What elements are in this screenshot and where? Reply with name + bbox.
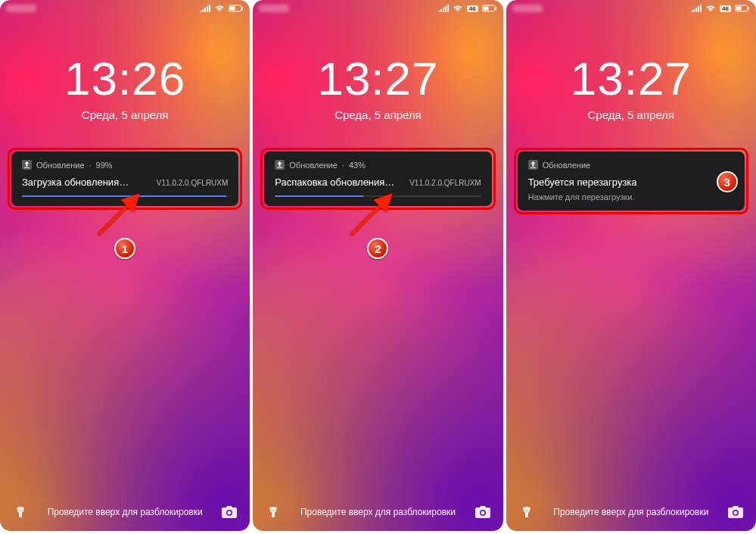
clock-date: Среда, 5 апреля (506, 108, 756, 121)
camera-icon[interactable] (727, 504, 744, 520)
upload-icon (528, 160, 538, 170)
flashlight-icon[interactable] (12, 504, 29, 520)
svg-rect-2 (242, 7, 244, 10)
clock-date: Среда, 5 апреля (253, 108, 502, 121)
notification-percent: 43% (349, 161, 366, 170)
carrier-blur (259, 5, 289, 12)
notification-app-name: Обновление (289, 161, 338, 170)
progress-bar (22, 195, 228, 197)
battery-icon (735, 5, 750, 12)
battery-icon (482, 5, 497, 12)
progress-fill (275, 195, 363, 197)
annotation-highlight: Обновление Требуется перезагрузка Нажмит… (514, 148, 748, 214)
notification-title: Распаковка обновления… (275, 176, 394, 188)
notification-area: Обновление · 99% Загрузка обновления… V1… (8, 148, 242, 210)
update-notification[interactable]: Обновление · 99% Загрузка обновления… V1… (11, 151, 238, 206)
flashlight-icon[interactable] (265, 504, 282, 520)
svg-rect-1 (230, 7, 235, 11)
notification-version: V11.0.2.0.QFLRUXM (409, 179, 481, 187)
wifi-icon (705, 5, 716, 12)
notification-area: Обновление Требуется перезагрузка Нажмит… (514, 148, 748, 214)
notification-percent: 99% (96, 161, 113, 170)
clock-time: 13:26 (0, 52, 250, 105)
signal-icon (691, 5, 702, 12)
lock-clock: 13:27 Среда, 5 апреля (253, 52, 502, 121)
unlock-hint: Проведите вверх для разблокировки (300, 507, 456, 517)
battery-icon (229, 5, 244, 12)
notification-header: Обновление · 43% (275, 160, 481, 170)
unlock-hint: Проведите вверх для разблокировки (48, 507, 203, 517)
notification-app-name: Обновление (543, 161, 591, 170)
step-badge: 3 (717, 171, 738, 192)
svg-rect-5 (483, 7, 488, 11)
phone-screen-1: 13:26 Среда, 5 апреля Обновление · 99% З… (0, 0, 250, 531)
upload-icon (22, 160, 32, 170)
notification-subtitle: Нажмите для перезагрузки. (528, 192, 734, 201)
signal-icon (438, 5, 449, 12)
clock-time: 13:27 (506, 52, 756, 105)
notification-title: Загрузка обновления… (22, 176, 129, 188)
progress-fill (22, 195, 226, 197)
battery-percent-badge: 46 (720, 5, 731, 12)
upload-icon (275, 160, 285, 170)
step-badge: 2 (367, 238, 388, 259)
svg-rect-9 (736, 7, 741, 11)
unlock-bar[interactable]: Проведите вверх для разблокировки (253, 504, 502, 520)
phone-screen-2: 46 13:27 Среда, 5 апреля Обновление · 43… (253, 0, 502, 531)
status-icons: 46 (438, 5, 497, 12)
update-notification[interactable]: Обновление Требуется перезагрузка Нажмит… (518, 151, 745, 211)
annotation-highlight: Обновление · 43% Распаковка обновления… … (260, 148, 495, 210)
camera-icon[interactable] (221, 504, 238, 520)
battery-percent-badge: 46 (467, 5, 478, 12)
update-notification[interactable]: Обновление · 43% Распаковка обновления… … (264, 151, 491, 206)
svg-rect-6 (495, 7, 496, 10)
wifi-icon (214, 5, 225, 12)
clock-time: 13:27 (253, 52, 502, 105)
step-badge: 1 (114, 238, 135, 259)
status-bar: 46 (253, 0, 502, 17)
notification-header: Обновление (528, 160, 734, 170)
dot-separator: · (342, 161, 344, 170)
svg-rect-10 (748, 7, 749, 10)
unlock-bar[interactable]: Проведите вверх для разблокировки (0, 504, 250, 520)
status-icons (200, 5, 244, 12)
dot-separator: · (89, 161, 92, 170)
progress-bar (275, 195, 481, 197)
status-bar: 46 (506, 0, 756, 17)
carrier-blur (6, 5, 36, 12)
phone-screen-3: 46 13:27 Среда, 5 апреля Обновление Треб… (506, 0, 756, 531)
notification-area: Обновление · 43% Распаковка обновления… … (260, 148, 495, 210)
status-icons: 46 (691, 5, 750, 12)
lock-clock: 13:27 Среда, 5 апреля (506, 52, 756, 121)
carrier-blur (512, 5, 543, 12)
notification-version: V11.0.2.0.QFLRUXM (157, 179, 228, 187)
lock-clock: 13:26 Среда, 5 апреля (0, 52, 250, 121)
status-bar (0, 0, 250, 17)
signal-icon (200, 5, 210, 12)
unlock-hint: Проведите вверх для разблокировки (553, 507, 708, 517)
flashlight-icon[interactable] (518, 504, 535, 520)
unlock-bar[interactable]: Проведите вверх для разблокировки (506, 504, 756, 520)
camera-icon[interactable] (474, 504, 491, 520)
clock-date: Среда, 5 апреля (0, 108, 250, 121)
notification-header: Обновление · 99% (22, 160, 228, 170)
notification-app-name: Обновление (36, 161, 85, 170)
wifi-icon (453, 5, 463, 12)
notification-title: Требуется перезагрузка (528, 176, 637, 188)
annotation-highlight: Обновление · 99% Загрузка обновления… V1… (8, 148, 242, 210)
